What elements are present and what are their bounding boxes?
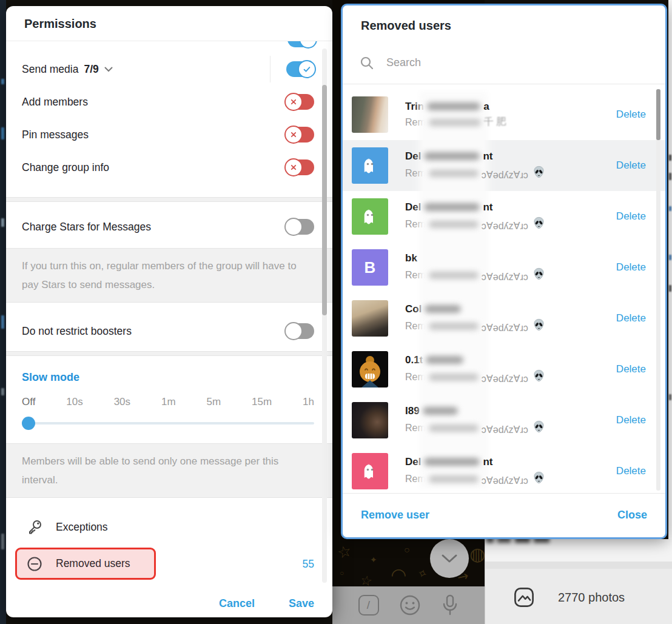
chevron-down-icon (441, 554, 458, 563)
charge-stars-row[interactable]: Charge Stars for Messages (6, 210, 332, 243)
bg-text-fragment (669, 285, 671, 292)
list-scrollbar[interactable] (656, 89, 660, 491)
chat-pattern: ✧ (415, 565, 429, 582)
permissions-scrollbar[interactable] (322, 49, 327, 583)
permissions-scroll-area: Send media7/9Add membersPin messagesChan… (6, 41, 332, 617)
permission-row[interactable]: Send media7/9 (6, 53, 332, 86)
slow-mode-option[interactable]: 30s (114, 396, 130, 408)
alien-icon (533, 318, 545, 331)
alien-icon (533, 420, 545, 433)
scroll-to-bottom-button[interactable] (430, 539, 469, 578)
removed-users-dialog: Removed users Trina Rem千 肥 Delete Delnt (341, 4, 667, 539)
permission-toggle[interactable] (286, 159, 314, 175)
alien-icon (533, 267, 545, 280)
x-icon (289, 98, 298, 106)
permission-row[interactable]: Pin messages (6, 118, 332, 151)
permissions-dialog: Permissions Send media7/9Add membersPin … (6, 6, 332, 617)
avatar (352, 300, 388, 337)
scrollbar-thumb[interactable] (656, 89, 660, 140)
cancel-button[interactable]: Cancel (219, 597, 255, 610)
chat-pattern: ☆ (359, 572, 374, 586)
removed-user-row[interactable]: Delnt Remɔ∀ǝdʎz∀ɹɔ Delete (343, 140, 665, 191)
removed-user-row[interactable]: 0.1t Remɔ∀ǝdʎz∀ɹɔ Delete (343, 344, 665, 395)
boosters-toggle[interactable] (286, 323, 314, 339)
bg-text-fragment (1, 388, 4, 395)
delete-user-link[interactable]: Delete (616, 312, 646, 324)
bg-text-fragment (669, 206, 671, 211)
avatar (352, 96, 388, 133)
exceptions-row[interactable]: Exceptions (6, 511, 332, 543)
ghost-icon (360, 461, 380, 481)
left-edge-app-sliver (0, 0, 6, 624)
delete-user-link[interactable]: Delete (616, 210, 646, 223)
chat-pattern: ○ (340, 569, 344, 577)
search-bar (343, 48, 665, 84)
row-divider (270, 56, 270, 82)
avatar (352, 453, 388, 489)
permission-row[interactable]: Change group info (6, 151, 332, 184)
chat-pattern: ◠ (391, 564, 406, 585)
slow-mode-slider[interactable] (22, 417, 314, 430)
removed-user-row[interactable]: Col Remɔ∀ǝdʎz∀ɹɔ Delete (343, 293, 665, 344)
bg-text-fragment (669, 394, 671, 400)
charge-stars-label: Charge Stars for Messages (22, 221, 151, 233)
slow-mode-option[interactable]: 15m (252, 396, 272, 408)
removed-user-row[interactable]: Trina Rem千 肥 Delete (343, 89, 665, 140)
removed-user-row[interactable]: B bk Remɔ∀ǝdʎz∀ɹɔ Delete (343, 242, 665, 293)
delete-user-link[interactable]: Delete (616, 261, 646, 273)
removed-user-row[interactable]: Delnt Remɔ∀ǝdʎz∀ɹɔ Delete (343, 446, 665, 493)
slow-mode-option[interactable]: 1m (161, 396, 176, 408)
boosters-row[interactable]: Do not restrict boosters (6, 315, 332, 347)
remove-user-button[interactable]: Remove user (361, 509, 429, 522)
delete-user-link[interactable]: Delete (616, 363, 646, 375)
emoji-icon[interactable] (399, 594, 421, 616)
slow-mode-option[interactable]: 5m (207, 396, 221, 408)
ghost-icon (360, 155, 380, 176)
permission-label: Change group info (22, 161, 109, 174)
clipped-toggle-above (287, 41, 315, 47)
bg-text-fragment (669, 173, 671, 180)
removed-user-row[interactable]: Delnt Remɔ∀ǝdʎz∀ɹɔ Delete (343, 191, 665, 242)
permission-row[interactable]: Add members (6, 86, 332, 118)
removed-user-row[interactable]: I89 Remɔ∀ǝdʎz∀ɹɔ Delete (343, 395, 665, 446)
permission-toggle[interactable] (286, 127, 314, 143)
charge-stars-toggle[interactable] (286, 219, 314, 235)
alien-icon (533, 369, 545, 382)
dialog-title: Permissions (6, 6, 332, 41)
shared-photos-row[interactable]: 2770 photos (485, 580, 672, 614)
removed-users-row[interactable]: Removed users 55 (6, 548, 332, 580)
removed-users-list: Trina Rem千 肥 Delete Delnt Remɔ∀ǝdʎz∀ɹɔ D… (343, 84, 665, 493)
bg-text-fragment (1, 127, 4, 139)
ghost-icon (360, 206, 380, 227)
save-button[interactable]: Save (289, 597, 314, 610)
bg-text-fragment (1, 79, 4, 84)
dialog-title: Removed users (343, 5, 665, 48)
app-window: ☆ ✦ ☆ ○ ◠ ✧ ✩ ↗ ◍ ○ / (0, 0, 672, 624)
slow-mode-option[interactable]: 1h (303, 396, 314, 408)
avatar-letter: B (365, 258, 376, 277)
delete-user-link[interactable]: Delete (616, 465, 646, 477)
avatar (352, 351, 388, 387)
delete-user-link[interactable]: Delete (616, 159, 646, 172)
permission-toggle[interactable] (286, 61, 314, 77)
avatar (352, 147, 388, 184)
slow-mode-option[interactable]: Off (22, 396, 35, 408)
bg-text-fragment (1, 315, 4, 329)
photos-count-label: 2770 photos (558, 591, 625, 605)
search-input[interactable] (385, 56, 647, 70)
dialog-buttons: Cancel Save (6, 589, 314, 617)
close-button[interactable]: Close (617, 509, 647, 522)
bot-commands-icon[interactable]: / (358, 595, 379, 616)
cartoon-avatar-icon (352, 351, 388, 387)
removed-users-focus-highlight[interactable]: Removed users (15, 548, 156, 580)
chat-pattern: ☆ (335, 542, 354, 563)
delete-user-link[interactable]: Delete (616, 414, 646, 426)
permission-toggle[interactable] (286, 94, 314, 110)
slider-track[interactable] (22, 422, 314, 424)
microphone-icon[interactable] (441, 594, 459, 617)
slider-knob[interactable] (22, 417, 35, 430)
delete-user-link[interactable]: Delete (616, 109, 646, 121)
slow-mode-option[interactable]: 10s (66, 396, 82, 408)
removed-users-count: 55 (303, 557, 314, 570)
scrollbar-thumb[interactable] (322, 85, 327, 315)
